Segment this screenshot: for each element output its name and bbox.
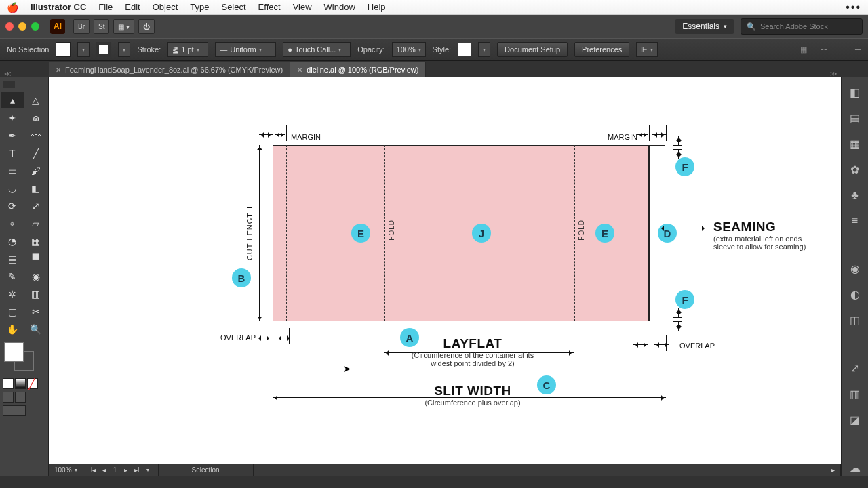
paintbrush-tool-icon[interactable]: 🖌 (25, 163, 47, 179)
rectangle-tool-icon[interactable]: ▭ (1, 163, 24, 179)
grid-view-icon[interactable]: ▦ (800, 45, 807, 54)
direct-selection-tool-icon[interactable]: △ (25, 92, 47, 108)
magic-wand-tool-icon[interactable]: ✦ (1, 110, 24, 126)
artboard-nav[interactable]: I◂◂1▸▸I▾ (83, 464, 159, 476)
zoom-level[interactable]: 100% ▾ (49, 464, 83, 476)
style-dd[interactable]: ▾ (478, 42, 490, 57)
arrange-chip[interactable]: ▦ ▾ (113, 19, 134, 34)
screen-mode-full-icon[interactable] (15, 392, 26, 403)
opacity-label: Opacity: (357, 45, 384, 54)
properties-panel-icon[interactable]: ◧ (846, 84, 864, 100)
panel-menu-icon[interactable]: ☰ (854, 45, 861, 54)
menu-object[interactable]: Object (153, 2, 178, 12)
stroke-panel-icon[interactable]: ≡ (846, 213, 864, 229)
mesh-tool-icon[interactable]: ▤ (1, 251, 24, 267)
tab-dieline[interactable]: ✕dieline.ai @ 100% (RGB/Preview) (290, 62, 426, 77)
color-mode-icon[interactable] (3, 378, 14, 389)
blend-tool-icon[interactable]: ◉ (25, 268, 47, 285)
screen-mode-normal-icon[interactable] (3, 392, 14, 403)
fill-swatch[interactable] (56, 42, 71, 57)
rotate-tool-icon[interactable]: ⟳ (1, 198, 24, 214)
list-view-icon[interactable]: ☷ (821, 45, 827, 54)
screen-mode-icon[interactable] (3, 405, 26, 416)
app-name[interactable]: Illustrator CC (31, 2, 86, 12)
mac-overflow-icon[interactable]: ••• (846, 1, 861, 14)
eraser-tool-icon[interactable]: ◧ (25, 180, 47, 197)
bridge-chip[interactable]: Br (73, 19, 90, 34)
close-window-icon[interactable] (5, 22, 14, 30)
preferences-button[interactable]: Preferences (574, 42, 629, 57)
symbol-sprayer-tool-icon[interactable]: ✲ (1, 286, 24, 302)
align-panel-icon[interactable]: ▥ (846, 386, 864, 402)
curvature-tool-icon[interactable]: 〰 (25, 127, 47, 144)
hand-tool-icon[interactable]: ✋ (1, 321, 24, 338)
workspace-switcher[interactable]: Essentials▾ (675, 19, 734, 34)
close-icon[interactable]: ✕ (297, 66, 302, 74)
cursor-icon: ➤ (343, 363, 351, 374)
width-tool-icon[interactable]: ⌖ (1, 216, 24, 232)
expand-right-icon[interactable]: ≫ (830, 70, 837, 77)
stroke-dd[interactable]: ▾ (118, 42, 130, 57)
stroke-profile[interactable]: — Uniform ▾ (215, 42, 276, 57)
perspective-tool-icon[interactable]: ▦ (25, 233, 47, 249)
shaper-tool-icon[interactable]: ◡ (1, 180, 24, 197)
tab-foaminghandsoap[interactable]: ✕FoamingHandSoap_Lavender_8oz.ai @ 66.67… (49, 62, 290, 77)
shape-builder-tool-icon[interactable]: ◔ (1, 233, 24, 249)
brushes-panel-icon[interactable]: ✿ (846, 161, 864, 178)
gradient-mode-icon[interactable] (15, 378, 26, 389)
gpu-chip[interactable]: ⏻ (138, 19, 155, 34)
stock-chip[interactable]: St (94, 19, 109, 34)
fill-color-icon[interactable] (4, 342, 24, 362)
appearance-panel-icon[interactable]: ◉ (846, 261, 864, 277)
window-controls[interactable] (5, 22, 39, 30)
label-overlap-left: OVERLAP (220, 333, 256, 342)
transparency-panel-icon[interactable]: ◫ (846, 312, 864, 329)
scale-tool-icon[interactable]: ⤢ (25, 198, 47, 214)
artboard-tool-icon[interactable]: ▢ (1, 304, 24, 320)
menu-window[interactable]: Window (324, 2, 355, 12)
gradient-panel-icon[interactable]: ◐ (846, 287, 864, 303)
lasso-tool-icon[interactable]: ɷ (25, 110, 47, 126)
pathfinder-panel-icon[interactable]: ◪ (846, 412, 864, 428)
type-tool-icon[interactable]: T (1, 145, 24, 161)
menu-help[interactable]: Help (368, 2, 386, 12)
swatches-panel-icon[interactable]: ♣ (846, 187, 864, 203)
menu-edit[interactable]: Edit (125, 2, 140, 12)
align-dd[interactable]: ⊩ ▾ (636, 42, 658, 57)
cc-panel-icon[interactable]: ☁ (846, 460, 864, 476)
gradient-tool-icon[interactable]: ▀ (25, 251, 47, 267)
menu-type[interactable]: Type (190, 2, 209, 12)
free-transform-tool-icon[interactable]: ▱ (25, 216, 47, 232)
menu-file[interactable]: File (98, 2, 113, 12)
document-setup-button[interactable]: Document Setup (497, 42, 568, 57)
pen-tool-icon[interactable]: ✒ (1, 127, 24, 144)
stroke-weight[interactable]: ⪒ 1 pt ▾ (167, 42, 208, 57)
graph-tool-icon[interactable]: ▥ (25, 286, 47, 302)
layers-panel-icon[interactable]: ▤ (846, 110, 864, 126)
none-mode-icon[interactable]: ╱ (27, 378, 38, 389)
brush-dd[interactable]: ● Touch Call... ▾ (283, 42, 351, 57)
apple-icon[interactable]: 🍎 (7, 2, 18, 13)
fill-dd[interactable]: ▾ (77, 42, 90, 57)
menu-select[interactable]: Select (221, 2, 245, 12)
menu-view[interactable]: View (293, 2, 312, 12)
line-tool-icon[interactable]: ╱ (25, 145, 47, 161)
opacity-val[interactable]: 100%▾ (392, 42, 426, 57)
selection-tool-icon[interactable]: ▴ (1, 92, 24, 108)
slice-tool-icon[interactable]: ✂ (25, 304, 47, 320)
search-input[interactable]: 🔍 Search Adobe Stock (741, 18, 863, 35)
eyedropper-tool-icon[interactable]: ✎ (1, 268, 24, 285)
minimize-window-icon[interactable] (18, 22, 26, 30)
expand-left-icon[interactable]: ≪ (4, 70, 11, 77)
zoom-window-icon[interactable] (31, 22, 39, 30)
style-swatch[interactable] (458, 43, 471, 56)
transform-panel-icon[interactable]: ⤢ (846, 360, 864, 376)
stroke-swatch[interactable] (96, 42, 111, 57)
zoom-tool-icon[interactable]: 🔍 (25, 321, 47, 338)
menu-effect[interactable]: Effect (258, 2, 281, 12)
canvas[interactable]: MARGIN MARGIN CUT LENGTH B (49, 77, 841, 464)
close-icon[interactable]: ✕ (56, 66, 61, 74)
scroll-right-icon[interactable]: ▸ (826, 464, 841, 476)
fill-stroke-picker[interactable] (0, 339, 48, 377)
libraries-panel-icon[interactable]: ▦ (846, 136, 864, 152)
